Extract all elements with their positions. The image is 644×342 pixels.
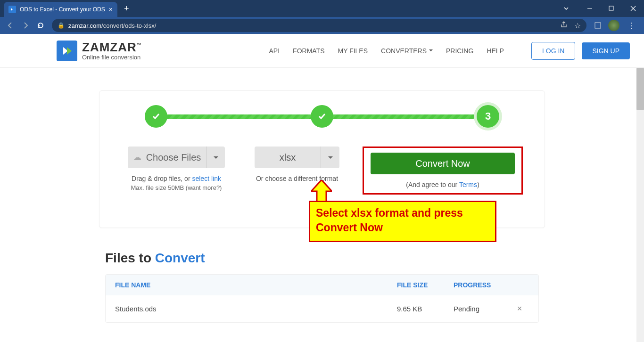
- share-icon[interactable]: [560, 21, 568, 30]
- terms-link[interactable]: Terms: [459, 181, 477, 188]
- maximize-button[interactable]: [601, 0, 622, 17]
- th-filename: FILE NAME: [115, 281, 397, 289]
- nav-formats[interactable]: FORMATS: [293, 47, 324, 55]
- step-track: 3: [156, 105, 488, 128]
- minimize-button[interactable]: [579, 0, 601, 17]
- url-input[interactable]: 🔒 zamzar.com/convert/ods-to-xlsx/ ☆: [52, 19, 586, 32]
- choose-files-label: Choose Files: [146, 152, 201, 163]
- browser-tab[interactable]: ODS to Excel - Convert your ODS ×: [4, 2, 117, 17]
- svg-rect-2: [595, 23, 601, 28]
- nav-pricing[interactable]: PRICING: [446, 47, 473, 55]
- signup-button[interactable]: SIGN UP: [582, 42, 630, 59]
- format-selected-label: xlsx: [255, 147, 321, 168]
- tab-search-icon[interactable]: [555, 0, 577, 17]
- nav-help[interactable]: HELP: [487, 47, 504, 55]
- site-logo[interactable]: ZAMZAR™ Online file conversion: [57, 41, 142, 61]
- forward-button[interactable]: [19, 19, 32, 32]
- files-section: Files to Convert FILE NAME FILE SIZE PRO…: [105, 251, 539, 323]
- profile-avatar[interactable]: [608, 20, 619, 31]
- cell-filesize: 9.65 KB: [397, 305, 454, 313]
- step-2: [311, 105, 333, 128]
- upload-icon: ☁: [133, 152, 141, 163]
- brand-tagline: Online file conversion: [82, 54, 142, 60]
- terms-hint: (And agree to our Terms): [371, 181, 515, 188]
- close-window-button[interactable]: [622, 0, 644, 17]
- nav-converters[interactable]: CONVERTERS: [381, 47, 433, 55]
- convert-now-button[interactable]: Convert Now: [371, 153, 515, 174]
- cell-progress: Pending: [454, 305, 510, 313]
- table-row: Students.ods 9.65 KB Pending ×: [106, 295, 538, 322]
- caret-down-icon: [328, 156, 333, 161]
- choose-hint2: Max. file size 50MB (want more?): [131, 184, 222, 191]
- step-1: [145, 105, 167, 128]
- format-select[interactable]: xlsx: [255, 147, 339, 168]
- browser-titlebar: ODS to Excel - Convert your ODS × +: [0, 0, 644, 17]
- annotation-box: Select xlsx format and press Convert Now: [309, 201, 496, 242]
- nav-api[interactable]: API: [269, 47, 280, 55]
- convert-highlight-box: Convert Now (And agree to our Terms): [363, 147, 523, 195]
- bookmark-icon[interactable]: ☆: [574, 21, 581, 30]
- choose-files-button[interactable]: ☁Choose Files: [128, 147, 225, 168]
- tab-close-icon[interactable]: ×: [109, 6, 113, 13]
- annotation-line2: Convert Now: [316, 220, 489, 235]
- scrollbar[interactable]: [636, 68, 644, 342]
- browser-menu-icon[interactable]: ⋮: [623, 21, 640, 30]
- brand-name: ZAMZAR™: [82, 41, 142, 53]
- site-header: ZAMZAR™ Online file conversion API FORMA…: [0, 34, 644, 68]
- back-button[interactable]: [4, 19, 17, 32]
- nav-myfiles[interactable]: MY FILES: [338, 47, 368, 55]
- tab-favicon: [8, 6, 16, 13]
- tab-title: ODS to Excel - Convert your ODS: [20, 6, 105, 13]
- url-text: zamzar.com/convert/ods-to-xlsx/: [68, 22, 556, 29]
- files-title: Files to Convert: [105, 251, 539, 266]
- want-more-link[interactable]: want more?: [188, 184, 220, 191]
- logo-mark-icon: [57, 41, 77, 61]
- table-header: FILE NAME FILE SIZE PROGRESS: [106, 275, 538, 295]
- caret-down-icon: [214, 156, 218, 161]
- select-link[interactable]: select link: [192, 175, 221, 182]
- new-tab-button[interactable]: +: [124, 4, 129, 14]
- extensions-icon[interactable]: [591, 19, 604, 32]
- format-dropdown[interactable]: [321, 147, 339, 168]
- lock-icon: 🔒: [58, 22, 65, 29]
- window-controls: [555, 0, 644, 17]
- step-3: 3: [477, 105, 499, 128]
- scrollbar-thumb[interactable]: [636, 68, 644, 110]
- page-viewport: ZAMZAR™ Online file conversion API FORMA…: [0, 34, 644, 342]
- files-table: FILE NAME FILE SIZE PROGRESS Students.od…: [105, 274, 539, 323]
- remove-file-button[interactable]: ×: [510, 304, 529, 314]
- annotation-line1: Select xlsx format and press: [316, 206, 489, 220]
- login-button[interactable]: LOG IN: [531, 42, 575, 60]
- choose-files-dropdown[interactable]: [206, 147, 225, 168]
- reload-button[interactable]: [34, 19, 47, 32]
- choose-hint: Drag & drop files, or select link: [132, 175, 221, 182]
- th-filesize: FILE SIZE: [397, 281, 454, 289]
- cell-filename: Students.ods: [115, 305, 397, 313]
- browser-address-bar: 🔒 zamzar.com/convert/ods-to-xlsx/ ☆ ⋮: [0, 17, 644, 34]
- th-progress: PROGRESS: [454, 281, 510, 289]
- svg-rect-1: [609, 6, 613, 10]
